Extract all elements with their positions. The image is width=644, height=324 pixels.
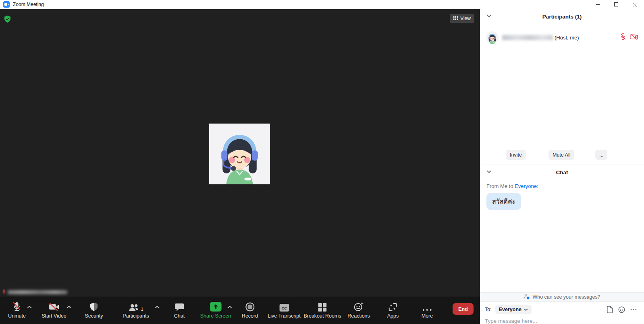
from-prefix: From Me to	[486, 183, 515, 189]
unmute-button[interactable]: Unmute	[8, 301, 26, 319]
breakout-rooms-icon	[318, 301, 326, 312]
chat-bubble-icon	[175, 301, 184, 312]
redacted-participant-name	[502, 35, 553, 40]
reactions-label: Reactions	[347, 313, 370, 319]
breakout-rooms-button[interactable]: Breakout Rooms	[303, 301, 341, 319]
privacy-notice-bar[interactable]: Who can see your messages?	[480, 292, 644, 302]
cc-icon: CC	[279, 301, 289, 312]
share-screen-icon	[210, 301, 222, 312]
emoji-icon[interactable]	[618, 306, 625, 313]
security-shield-icon	[90, 301, 98, 312]
avatar	[209, 124, 270, 184]
participants-count-badge: 1	[141, 307, 143, 312]
mic-muted-icon	[12, 301, 22, 312]
to-label: To:	[485, 307, 492, 312]
chat-button[interactable]: Chat	[174, 301, 185, 319]
apps-icon	[388, 301, 397, 312]
chat-title: Chat	[556, 169, 568, 175]
participants-title: Participants (1)	[542, 14, 582, 20]
participant-row[interactable]: (Host, me)	[486, 30, 638, 45]
apps-label: Apps	[387, 313, 399, 319]
compose-header: To: Everyone	[480, 302, 644, 317]
svg-text:CC: CC	[281, 306, 287, 310]
participants-label: Participants	[123, 313, 149, 319]
muted-mic-small-icon	[2, 289, 6, 296]
window-title: Zoom Meeting	[13, 2, 44, 7]
start-video-button[interactable]: Start Video	[42, 301, 66, 319]
meeting-stage-column: View Unmute	[0, 9, 480, 324]
breakout-rooms-label: Breakout Rooms	[303, 313, 341, 319]
record-label: Record	[242, 313, 258, 319]
title-bar: Zoom Meeting	[0, 0, 644, 9]
share-screen-label: Share Screen	[200, 313, 231, 319]
chat-scroll-area	[480, 210, 644, 292]
encryption-shield-icon[interactable]	[4, 15, 11, 25]
share-screen-button[interactable]: Share Screen	[200, 301, 231, 319]
recipient-caret-icon	[524, 308, 528, 311]
chat-section: Chat From Me to Everyone: สวัสดีค่ะ Who …	[480, 165, 644, 324]
chat-label: Chat	[174, 313, 185, 319]
participant-avatar	[486, 31, 499, 44]
view-button[interactable]: View	[450, 14, 474, 23]
participants-button[interactable]: 1 Participants	[123, 301, 149, 319]
security-button[interactable]: Security	[85, 301, 103, 319]
camera-off-red-icon	[630, 34, 638, 41]
start-video-label: Start Video	[42, 313, 66, 319]
reactions-smiley-icon	[354, 301, 364, 312]
compose-more-icon[interactable]	[630, 309, 637, 311]
participants-actions: Invite Mute All ...	[480, 150, 644, 160]
message-meta: From Me to Everyone:	[486, 183, 638, 189]
video-off-icon	[49, 301, 59, 312]
participants-more-button[interactable]: ...	[595, 150, 607, 160]
share-options-caret[interactable]	[227, 305, 232, 309]
reactions-button[interactable]: Reactions	[347, 301, 370, 319]
redacted-name-blur	[8, 290, 67, 294]
participants-header: Participants (1)	[480, 9, 644, 24]
zoom-app-icon	[3, 1, 10, 8]
more-dots-icon	[422, 301, 432, 312]
chat-message-bubble: สวัสดีค่ะ	[486, 193, 521, 210]
chat-header: Chat	[480, 165, 644, 180]
person-privacy-icon	[524, 293, 530, 301]
unmute-label: Unmute	[8, 313, 26, 319]
more-button[interactable]: More	[422, 301, 433, 319]
unmute-options-caret[interactable]	[27, 305, 32, 309]
window-controls	[588, 0, 644, 9]
security-label: Security	[85, 313, 103, 319]
collapse-participants-chevron-icon[interactable]	[486, 14, 492, 18]
grid-view-icon	[453, 16, 458, 21]
recipient-dropdown[interactable]: Everyone	[495, 305, 532, 314]
chat-message-input[interactable]	[485, 318, 639, 324]
live-transcript-label: Live Transcript	[268, 313, 300, 319]
compose-actions	[607, 306, 637, 313]
live-transcript-button[interactable]: CC Live Transcript	[268, 301, 300, 319]
participant-name-tag	[2, 289, 67, 295]
participant-role-suffix: (Host, me)	[555, 35, 579, 41]
participants-options-caret[interactable]	[155, 305, 160, 309]
view-button-label: View	[460, 16, 471, 21]
apps-button[interactable]: Apps	[387, 301, 399, 319]
minimize-button[interactable]	[588, 0, 607, 9]
privacy-notice-text: Who can see your messages?	[532, 294, 600, 300]
close-button[interactable]	[625, 0, 644, 9]
participant-av-state	[620, 33, 638, 42]
record-icon	[245, 301, 254, 312]
recipient-value: Everyone	[499, 307, 521, 312]
attach-file-icon[interactable]	[607, 306, 613, 313]
invite-button[interactable]: Invite	[506, 150, 526, 160]
mic-off-red-icon	[620, 33, 626, 42]
record-button[interactable]: Record	[242, 301, 258, 319]
from-target-link[interactable]: Everyone:	[515, 183, 538, 189]
main-area: View Unmute	[0, 9, 644, 324]
more-label: More	[422, 313, 433, 319]
participants-section: Participants (1) (Host, me)	[480, 9, 644, 165]
mute-all-button[interactable]: Mute All	[548, 150, 574, 160]
participants-icon: 1	[128, 301, 143, 312]
collapse-chat-chevron-icon[interactable]	[486, 170, 492, 173]
maximize-button[interactable]	[607, 0, 625, 9]
participant-video-tile	[209, 124, 270, 184]
end-meeting-button[interactable]: End	[453, 303, 474, 315]
video-options-caret[interactable]	[66, 305, 71, 309]
zoom-meeting-window: Zoom Meeting	[0, 0, 644, 324]
side-panel: Participants (1) (Host, me)	[480, 9, 644, 324]
